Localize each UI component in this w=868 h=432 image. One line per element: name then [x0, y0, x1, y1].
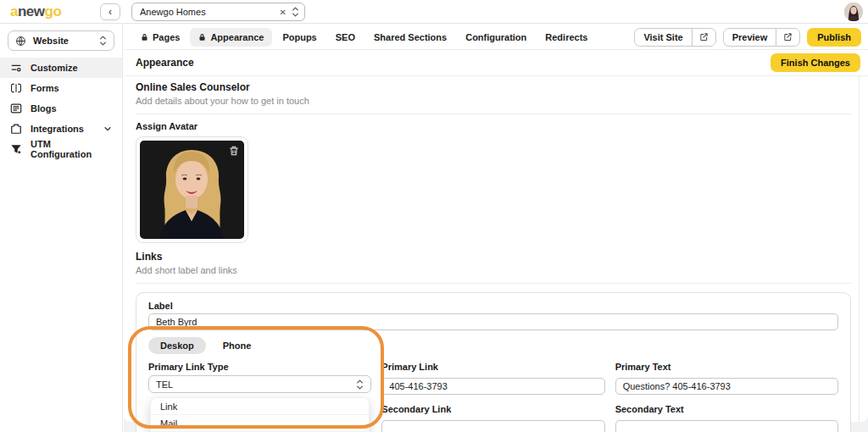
tab-label: Redirects — [545, 32, 587, 42]
chevron-updown-icon — [292, 6, 299, 18]
links-card: Label Deskop Phone Primary Link Type TEL — [136, 292, 851, 432]
divider — [136, 114, 851, 114]
sidebar-item-label: Customize — [31, 63, 78, 73]
anewgo-logo: anewgo — [10, 3, 61, 20]
trash-icon — [228, 145, 240, 157]
tab-label: Shared Sections — [374, 32, 447, 42]
sidebar-item-blogs[interactable]: Blogs — [0, 98, 122, 119]
tab-label: Popups — [282, 32, 316, 42]
logo-text: a — [10, 3, 18, 19]
primary-link-type-select[interactable]: TEL — [148, 375, 371, 393]
visit-site-link-segment[interactable] — [692, 29, 715, 46]
option-link[interactable]: Link — [151, 398, 369, 415]
counselor-photo — [140, 141, 244, 239]
clear-icon[interactable]: ✕ — [280, 8, 287, 17]
secondary-text-field: Secondary Text — [615, 404, 838, 432]
tab-actions: Visit Site Preview Publish — [634, 28, 861, 47]
links-section-subtitle: Add short label and links — [136, 265, 851, 275]
back-button[interactable]: ‹ — [100, 3, 120, 20]
divider — [136, 283, 851, 284]
tab-label: Configuration — [465, 32, 526, 42]
tab-pages[interactable]: Pages — [132, 28, 188, 47]
option-mail[interactable]: Mail — [151, 415, 369, 432]
device-tabs: Deskop Phone — [148, 337, 838, 354]
tab-label: SEO — [336, 32, 355, 42]
user-avatar[interactable] — [844, 3, 863, 21]
osc-section-subtitle: Add details about your how to get in tou… — [136, 96, 851, 106]
tab-label: Pages — [153, 32, 180, 42]
scroll-area: Online Sales Counselor Add details about… — [124, 76, 868, 432]
website-selector[interactable]: Website — [8, 30, 114, 51]
visit-site-label: Visit Site — [635, 29, 691, 46]
sidebar-item-forms[interactable]: Forms — [0, 78, 122, 98]
external-link-icon — [699, 32, 709, 42]
preview-label: Preview — [724, 29, 776, 46]
page-header: Appearance Finish Changes — [124, 50, 868, 76]
primary-link-input[interactable] — [381, 378, 604, 395]
website-selector-label: Website — [33, 36, 92, 46]
secondary-link-label: Secondary Link — [381, 404, 604, 414]
sidebar-item-customize[interactable]: Customize — [0, 58, 122, 78]
lock-icon — [141, 33, 148, 42]
globe-icon — [15, 36, 26, 47]
assign-avatar-label: Assign Avatar — [136, 121, 851, 131]
site-selector[interactable]: Anewgo Homes ✕ — [131, 3, 305, 21]
article-icon — [10, 102, 22, 114]
top-bar: anewgo ‹ Anewgo Homes ✕ — [0, 0, 868, 24]
label-input[interactable] — [148, 313, 838, 330]
secondary-link-field: Secondary Link — [381, 404, 604, 432]
page-title: Appearance — [136, 57, 194, 69]
sidebar-item-utm-configuration[interactable]: UTM Configuration — [0, 139, 122, 159]
sidebar-item-label: Blogs — [31, 103, 57, 114]
external-link-icon — [783, 32, 793, 42]
user-avatar-image — [844, 3, 863, 21]
tab-seo[interactable]: SEO — [327, 28, 364, 47]
site-selector-value: Anewgo Homes — [140, 7, 275, 17]
lock-icon — [198, 33, 206, 42]
avatar-card — [136, 136, 248, 243]
sidebar: Website Customize Forms Blogs Integratio… — [0, 25, 123, 432]
tab-configuration[interactable]: Configuration — [457, 28, 535, 47]
appearance-panel: Online Sales Counselor Add details about… — [124, 76, 868, 422]
chevron-down-icon — [103, 125, 112, 133]
publish-button[interactable]: Publish — [807, 28, 861, 47]
delete-avatar-button[interactable] — [228, 145, 240, 157]
tab-desktop[interactable]: Deskop — [148, 337, 206, 354]
visit-site-button[interactable]: Visit Site — [634, 28, 715, 47]
preview-button[interactable]: Preview — [723, 28, 801, 47]
finish-changes-button[interactable]: Finish Changes — [771, 53, 860, 72]
links-section-title: Links — [136, 251, 851, 263]
label-field-label: Label — [148, 301, 173, 311]
funnel-icon — [10, 143, 22, 155]
sidebar-item-integrations[interactable]: Integrations — [0, 119, 122, 139]
sidebar-item-label: UTM Configuration — [31, 139, 112, 159]
primary-text-label: Primary Text — [615, 362, 838, 372]
tab-popups[interactable]: Popups — [274, 28, 325, 47]
primary-link-type-field: Primary Link Type TEL Link Mail Tel — [148, 362, 371, 395]
osc-section-title: Online Sales Counselor — [136, 81, 851, 93]
tab-phone[interactable]: Phone — [211, 337, 264, 354]
sidebar-item-label: Forms — [31, 83, 59, 93]
tabs: Pages Appearance Popups SEO Shared Secti… — [132, 28, 596, 47]
tab-redirects[interactable]: Redirects — [537, 28, 596, 47]
link-type-dropdown-menu: Link Mail Tel None — [150, 397, 370, 432]
primary-link-label: Primary Link — [381, 362, 604, 372]
secondary-text-label: Secondary Text — [615, 404, 838, 414]
chevron-updown-icon — [99, 35, 107, 47]
tab-label: Appearance — [210, 32, 264, 42]
primary-link-type-value: TEL — [156, 379, 356, 390]
sidebar-nav: Customize Forms Blogs Integrations UTM C… — [0, 58, 122, 159]
integrations-icon — [10, 123, 22, 135]
sidebar-item-label: Integrations — [31, 124, 84, 134]
customize-icon — [10, 62, 22, 74]
chevron-updown-icon — [356, 379, 364, 390]
primary-text-field: Primary Text — [615, 362, 838, 395]
primary-text-input[interactable] — [615, 378, 838, 395]
secondary-text-input[interactable] — [615, 420, 838, 432]
preview-link-segment[interactable] — [776, 29, 799, 46]
main-content: Pages Appearance Popups SEO Shared Secti… — [124, 25, 868, 432]
tab-appearance[interactable]: Appearance — [190, 28, 272, 47]
secondary-link-input[interactable] — [381, 420, 604, 432]
tab-shared-sections[interactable]: Shared Sections — [365, 28, 455, 47]
primary-link-field: Primary Link — [381, 362, 604, 395]
